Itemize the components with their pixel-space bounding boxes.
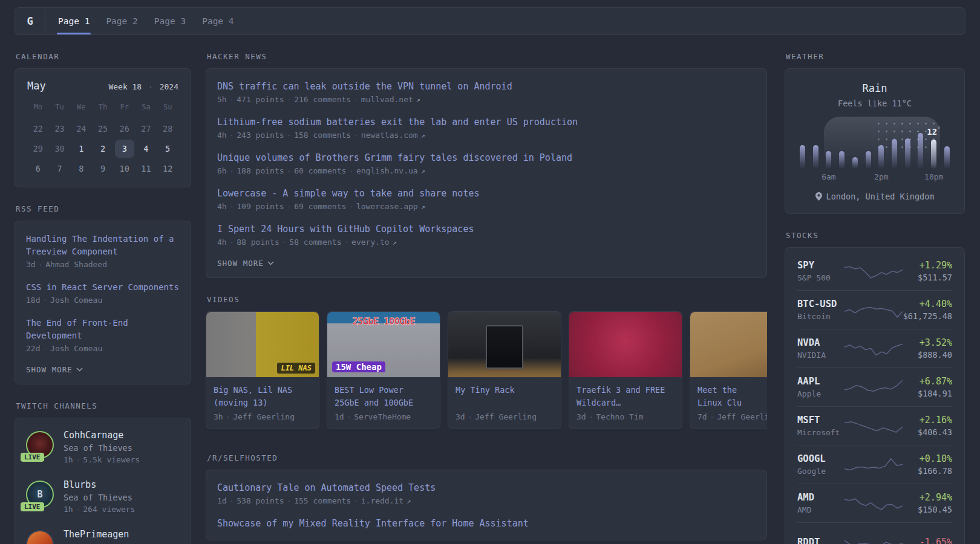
channel-name: ServeTheHome	[354, 412, 411, 421]
stock-symbol: SPY	[797, 259, 844, 272]
source-domain[interactable]: i.redd.it	[361, 496, 403, 505]
stock-values: +2.16%$406.43	[903, 413, 952, 438]
separator-dot: ·	[39, 261, 43, 269]
channel-name[interactable]: ThePrimeagen	[64, 528, 129, 541]
channel-game: Sea of Thieves	[64, 491, 135, 504]
bar	[918, 133, 923, 169]
twitch-channel-row[interactable]: BLIVEBlurbsSea of Thieves1h·264 viewers	[26, 479, 180, 516]
calendar-widget: May Week 18 · 2024 MoTuWeThFrSaSu 222324…	[15, 68, 191, 187]
stock-row-aapl[interactable]: AAPLApple+6.87%$184.91	[797, 368, 952, 406]
calendar-day-header: Sa	[136, 103, 157, 115]
stock-row-googl[interactable]: GOOGLGoogle+0.10%$166.78	[797, 445, 952, 484]
stock-row-btc-usd[interactable]: BTC-USDBitcoin+4.40%$61,725.48	[797, 290, 952, 329]
bar	[944, 146, 950, 169]
comments-link[interactable]: 158 comments	[294, 131, 351, 140]
twitch-channel-row[interactable]: LIVECohhCarnageSea of Thieves1h·5.5k vie…	[26, 429, 180, 467]
source-domain[interactable]: every.to	[351, 238, 390, 247]
video-card[interactable]: FASMeet the Linux Clu7d·Jeff Geerling	[690, 311, 767, 429]
source-domain[interactable]: mullvad.net	[361, 95, 413, 104]
weather-bar	[826, 151, 831, 169]
video-card[interactable]: LIL NASBig NAS, Lil NAS (moving 13)3h·Je…	[206, 311, 319, 429]
nav-tab-page-4[interactable]: Page 4	[202, 8, 234, 34]
comments-link[interactable]: 155 comments	[294, 496, 351, 505]
video-title-link[interactable]: Traefik 3 and FREE Wildcard…	[577, 384, 675, 410]
article-link[interactable]: The End of Front-End Development	[26, 317, 180, 342]
time-ago: 1d	[335, 412, 344, 421]
weather-bar	[944, 146, 950, 169]
bar	[878, 145, 884, 169]
calendar-day-header: Su	[157, 103, 178, 115]
video-thumbnail[interactable]: 25GbE 100GbE15W Cheap	[327, 312, 440, 377]
video-title-link[interactable]: BEST Low Power 25GbE and 100GbE Switch…	[335, 384, 433, 410]
stocks-widget: SPYS&P 500+1.29%$511.57BTC-USDBitcoin+4.…	[785, 247, 965, 544]
stock-change-percent: +4.40%	[903, 297, 952, 311]
channel-name: Jeff Geerling	[233, 412, 295, 421]
comments-link[interactable]: 58 comments	[289, 238, 341, 247]
thumbnail-overlay-text	[486, 325, 523, 369]
channel-name: Jeff Geerling	[475, 412, 537, 421]
weather-bar	[878, 145, 884, 169]
channel-name[interactable]: CohhCarnage	[64, 429, 140, 442]
source-domain[interactable]: english.nv.ua	[356, 166, 418, 175]
stock-values: +6.87%$184.91	[903, 375, 952, 400]
thumbnail-overlay-text: 25GbE 100GbE	[327, 316, 440, 327]
day-number: 6	[28, 160, 48, 178]
stock-row-rddt[interactable]: RDDT-1.65%	[797, 522, 952, 544]
show-more-button[interactable]: SHOW MORE	[26, 365, 180, 374]
video-card[interactable]: 25GbE 100GbE15W CheapBEST Low Power 25Gb…	[327, 311, 440, 429]
points: 538 points	[237, 496, 284, 505]
video-card[interactable]: My Tiny Rack3d·Jeff Geerling	[448, 311, 561, 429]
twitch-channel-row[interactable]: ThePrimeagen	[26, 528, 180, 544]
article-link[interactable]: Lowercase - A simple way to take and sha…	[217, 187, 756, 200]
video-meta: 7d·Jeff Geerling	[697, 412, 767, 421]
video-card[interactable]: Traefik 3 and FREE Wildcard…3d·Techno Ti…	[569, 311, 682, 429]
article-link[interactable]: DNS traffic can leak outside the VPN tun…	[217, 80, 756, 93]
show-more-button[interactable]: SHOW MORE	[217, 259, 756, 268]
video-title-link[interactable]: Meet the Linux Clu	[697, 384, 767, 410]
video-thumbnail[interactable]	[448, 312, 561, 377]
article-meta: 4h·88 points·58 comments·every.to↗	[217, 236, 756, 249]
stock-identity: AMDAMD	[797, 491, 844, 516]
video-info: Big NAS, Lil NAS (moving 13)3h·Jeff Geer…	[206, 377, 319, 429]
comments-link[interactable]: 60 comments	[294, 166, 346, 175]
time-ago: 4h	[217, 202, 227, 211]
article-link[interactable]: Showcase of my Mixed Reality Interface f…	[217, 517, 756, 530]
stock-row-amd[interactable]: AMDAMD+2.94%$150.45	[797, 484, 952, 522]
video-thumbnail[interactable]	[569, 312, 682, 377]
author: Ahmad Shadeed	[45, 260, 107, 269]
stock-name: AMD	[797, 504, 844, 516]
stock-row-nvda[interactable]: NVDANVIDIA+3.52%$888.40	[797, 329, 952, 368]
video-title-link[interactable]: Big NAS, Lil NAS (moving 13)	[214, 384, 312, 410]
article-link[interactable]: CSS in React Server Components	[26, 281, 180, 294]
video-thumbnail[interactable]: FAS	[690, 312, 767, 377]
article-link[interactable]: Handling The Indentation of a Treeview C…	[26, 233, 180, 258]
app-logo[interactable]: G	[15, 8, 45, 34]
video-thumbnail[interactable]: LIL NAS	[206, 312, 319, 377]
stock-row-spy[interactable]: SPYS&P 500+1.29%$511.57	[797, 251, 952, 290]
degree-symbol: °	[937, 126, 941, 132]
article-link[interactable]: Unique volumes of Brothers Grimm fairy t…	[217, 152, 756, 164]
reddit-widget: Cautionary Tale on Automated Speed Tests…	[206, 470, 767, 540]
source-domain[interactable]: newatlas.com	[361, 131, 418, 140]
stock-row-msft[interactable]: MSFTMicrosoft+2.16%$406.43	[797, 406, 952, 445]
article-link[interactable]: Lithium-free sodium batteries exit the l…	[217, 116, 756, 129]
day-number: 30	[50, 140, 70, 158]
channel-name[interactable]: Blurbs	[64, 479, 135, 491]
source-domain[interactable]: lowercase.app	[356, 202, 418, 211]
weather-widget: Rain Feels like 11°C 12° 6am2pm10pm Lond…	[785, 68, 965, 214]
nav-tab-page-2[interactable]: Page 2	[106, 8, 137, 34]
article-link[interactable]: Cautionary Tale on Automated Speed Tests	[217, 482, 756, 494]
weather-condition: Rain	[800, 81, 950, 96]
stock-identity: BTC-USDBitcoin	[797, 297, 844, 322]
comments-link[interactable]: 216 comments	[294, 95, 351, 104]
nav-tab-page-1[interactable]: Page 1	[58, 8, 90, 34]
sparkline-chart	[844, 493, 903, 514]
comments-link[interactable]: 69 comments	[294, 202, 346, 211]
day-number: 24	[71, 120, 91, 138]
twitch-section-label: TWITCH CHANNELS	[16, 401, 191, 410]
feed-item: Showcase of my Mixed Reality Interface f…	[217, 517, 756, 530]
article-link[interactable]: I Spent 24 Hours with GitHub Copilot Wor…	[217, 223, 756, 236]
separator-dot: ·	[230, 497, 234, 505]
video-title-link[interactable]: My Tiny Rack	[456, 384, 554, 410]
nav-tab-page-3[interactable]: Page 3	[154, 8, 186, 34]
